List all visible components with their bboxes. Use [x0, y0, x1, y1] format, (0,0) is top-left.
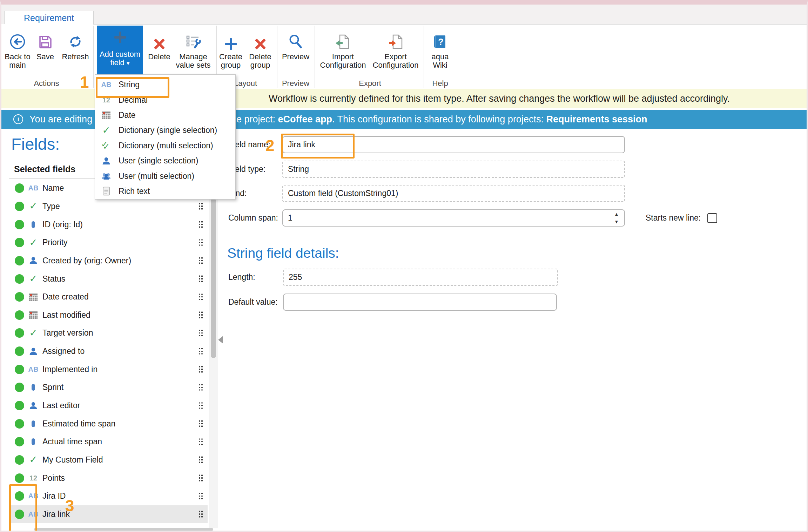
active-status-dot	[15, 220, 24, 229]
drag-handle[interactable]	[199, 312, 203, 318]
default-value-input[interactable]	[283, 294, 557, 311]
drag-handle[interactable]	[199, 511, 203, 518]
number-icon	[27, 438, 39, 445]
field-row-status[interactable]: Status	[9, 270, 208, 288]
add-custom-field-dropdown: String Decimal Date Dictionary (single s…	[95, 74, 236, 200]
dictionary-icon	[27, 455, 39, 465]
refresh-icon	[67, 26, 83, 50]
active-status-dot	[15, 510, 24, 519]
drag-handle[interactable]	[199, 438, 203, 445]
string-field-details-title: String field details:	[227, 245, 339, 261]
back-to-main-label: Back to main	[3, 53, 32, 69]
export-configuration-button[interactable]: Export Configuration	[369, 26, 422, 76]
manage-value-sets-button[interactable]: Manage value sets	[175, 26, 212, 76]
column-span-input[interactable]	[282, 209, 625, 227]
field-row-type[interactable]: Type	[9, 197, 208, 216]
delete-field-button[interactable]: Delete	[144, 26, 174, 76]
import-configuration-label: Import Configuration	[316, 53, 370, 69]
menu-item-date[interactable]: Date	[95, 108, 235, 123]
drag-handle[interactable]	[199, 475, 203, 482]
drag-handle[interactable]	[199, 203, 203, 210]
shared-project-name: Requirements session	[546, 114, 647, 124]
field-row-last-modified[interactable]: Last modified	[9, 306, 208, 324]
vertical-scrollbar-thumb[interactable]	[211, 198, 216, 358]
info-text-segment: . This configuration is shared by follow…	[332, 114, 546, 124]
drag-handle[interactable]	[199, 384, 203, 391]
field-row-my-custom-field[interactable]: My Custom Field	[9, 451, 208, 469]
field-row-actual-time-span[interactable]: Actual time span	[9, 433, 208, 451]
field-row-date-created[interactable]: Date created	[9, 288, 208, 306]
drag-handle[interactable]	[199, 493, 203, 499]
selected-fields-list: Name Type ID (orig: Id) Priority Created…	[9, 179, 208, 523]
field-name-input[interactable]	[282, 136, 625, 153]
field-row-sprint[interactable]: Sprint	[9, 378, 208, 397]
tab-requirement[interactable]: Requirement	[4, 11, 94, 25]
active-status-dot	[15, 383, 24, 392]
dictionary-icon	[100, 126, 113, 135]
field-row-created-by[interactable]: Created by (orig: Owner)	[9, 252, 208, 270]
length-label: Length:	[228, 269, 255, 286]
drag-handle[interactable]	[199, 330, 203, 336]
field-row-priority[interactable]: Priority	[9, 234, 208, 252]
panel-collapse-arrow[interactable]	[218, 336, 223, 344]
string-icon	[27, 184, 39, 192]
drag-handle[interactable]	[199, 402, 203, 409]
dictionary-icon	[27, 238, 39, 248]
field-row-id[interactable]: ID (orig: Id)	[9, 215, 208, 234]
aqua-configuration-window: Requirement Back to main Save Refresh	[0, 0, 808, 532]
field-row-estimated-time-span[interactable]: Estimated time span	[9, 415, 208, 433]
field-row-last-editor[interactable]: Last editor	[9, 397, 208, 415]
active-status-dot	[15, 365, 24, 374]
back-to-main-button[interactable]: Back to main	[3, 26, 32, 76]
drag-handle[interactable]	[199, 457, 203, 463]
drag-handle[interactable]	[199, 366, 203, 373]
editing-info-text-left: You are editing	[29, 110, 92, 129]
delete-group-x-icon	[254, 26, 266, 50]
menu-item-string[interactable]: String	[95, 77, 235, 92]
field-row-jira-link[interactable]: Jira link	[9, 505, 208, 524]
drag-handle[interactable]	[199, 348, 203, 355]
drag-handle[interactable]	[199, 257, 203, 264]
drag-handle[interactable]	[199, 276, 203, 282]
value-sets-icon	[185, 26, 201, 50]
menu-item-decimal[interactable]: Decimal	[95, 92, 235, 107]
aqua-wiki-button[interactable]: ? aqua Wiki	[426, 26, 454, 76]
spinner-down-icon[interactable]	[613, 220, 620, 224]
field-row-jira-id[interactable]: Jira ID	[9, 487, 208, 505]
field-row-points[interactable]: Points	[9, 469, 208, 487]
add-custom-field-plus-icon	[114, 26, 126, 49]
field-row-implemented-in[interactable]: Implemented in	[9, 360, 208, 378]
active-status-dot	[15, 455, 24, 465]
string-icon	[100, 81, 113, 89]
save-button[interactable]: Save	[34, 26, 57, 76]
drag-handle[interactable]	[199, 294, 203, 300]
import-configuration-button[interactable]: Import Configuration	[316, 26, 370, 76]
delete-group-button[interactable]: Delete group	[247, 26, 274, 76]
column-span-label: Column span:	[228, 209, 278, 227]
menu-item-user-single[interactable]: User (single selection)	[95, 153, 235, 168]
drag-handle[interactable]	[199, 221, 203, 228]
menu-item-rich-text[interactable]: Rich text	[95, 184, 235, 199]
spinner-up-icon[interactable]	[613, 212, 620, 217]
active-status-dot	[15, 401, 24, 410]
drag-handle[interactable]	[199, 239, 203, 246]
number-icon	[27, 384, 39, 391]
menu-item-user-multi[interactable]: User (multi selection)	[95, 168, 235, 183]
date-icon	[27, 310, 39, 319]
drag-handle[interactable]	[199, 420, 203, 427]
create-group-plus-icon	[225, 26, 237, 50]
import-icon	[335, 26, 351, 50]
menu-item-dictionary-single[interactable]: Dictionary (single selection)	[95, 123, 235, 138]
field-row-target-version[interactable]: Target version	[9, 324, 208, 342]
active-status-dot	[15, 274, 24, 284]
menu-item-dictionary-multi[interactable]: Dictionary (multi selection)	[95, 138, 235, 153]
create-group-label: Create group	[218, 53, 244, 69]
horizontal-scrollbar-thumb[interactable]	[34, 528, 213, 531]
preview-button[interactable]: Preview	[281, 26, 311, 76]
refresh-button[interactable]: Refresh	[59, 26, 92, 76]
starts-new-line-checkbox[interactable]	[707, 213, 717, 223]
add-custom-field-button[interactable]: Add custom field ▾	[97, 26, 143, 74]
number-icon	[27, 221, 39, 228]
create-group-button[interactable]: Create group	[218, 26, 244, 76]
field-row-assigned-to[interactable]: Assigned to	[9, 342, 208, 361]
